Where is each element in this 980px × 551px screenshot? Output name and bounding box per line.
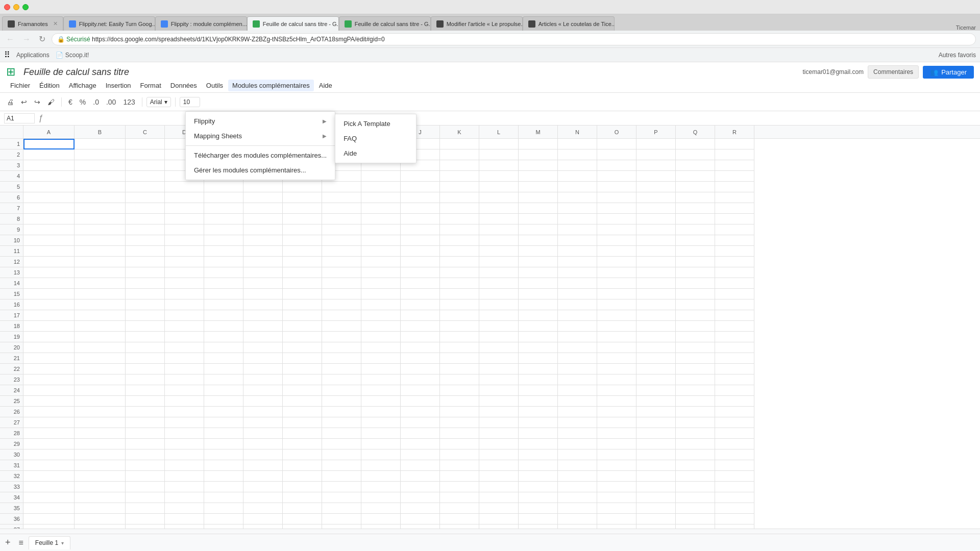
cell-q36[interactable]	[676, 514, 715, 524]
row-header-29[interactable]: 29	[0, 439, 23, 449]
cell-f31[interactable]	[243, 460, 283, 471]
cell-b26[interactable]	[75, 407, 126, 417]
forward-button[interactable]: →	[20, 34, 33, 45]
cell-f25[interactable]	[243, 396, 283, 407]
cell-j37[interactable]	[401, 524, 440, 529]
menu-item-mapping-sheets[interactable]: Mapping Sheets	[186, 129, 335, 143]
cell-o26[interactable]	[597, 407, 636, 417]
cell-q11[interactable]	[676, 246, 715, 257]
cell-a18[interactable]	[23, 321, 75, 332]
bookmark-scoop[interactable]: 📄 Scoop.it!	[56, 52, 89, 59]
cell-i9[interactable]	[361, 224, 401, 235]
cell-a37[interactable]	[23, 524, 75, 529]
cell-b23[interactable]	[75, 374, 126, 385]
cell-k26[interactable]	[440, 407, 479, 417]
cell-l4[interactable]	[479, 171, 519, 182]
cell-f6[interactable]	[243, 192, 283, 203]
cell-o34[interactable]	[597, 492, 636, 503]
cell-h24[interactable]	[322, 385, 361, 396]
cell-o6[interactable]	[597, 192, 636, 203]
cell-b4[interactable]	[75, 171, 126, 182]
cell-r2[interactable]	[715, 149, 754, 160]
cell-r1[interactable]	[715, 139, 754, 149]
cell-d8[interactable]	[165, 214, 204, 224]
submenu-pick-template[interactable]: Pick A Template	[335, 116, 416, 131]
cell-m6[interactable]	[519, 192, 558, 203]
cell-h16[interactable]	[322, 299, 361, 310]
cell-h11[interactable]	[322, 246, 361, 257]
cell-l29[interactable]	[479, 439, 519, 449]
cell-o23[interactable]	[597, 374, 636, 385]
cell-b1[interactable]	[75, 139, 126, 149]
cell-i32[interactable]	[361, 471, 401, 482]
cell-q27[interactable]	[676, 417, 715, 428]
cell-p6[interactable]	[636, 192, 676, 203]
tab-flippity-net[interactable]: Flippity.net: Easily Turn Goog... ✕	[63, 16, 155, 31]
cell-q33[interactable]	[676, 482, 715, 492]
cell-p36[interactable]	[636, 514, 676, 524]
cell-m21[interactable]	[519, 353, 558, 364]
cell-h21[interactable]	[322, 353, 361, 364]
cell-f36[interactable]	[243, 514, 283, 524]
cell-i37[interactable]	[361, 524, 401, 529]
cell-c7[interactable]	[126, 203, 165, 214]
cell-d34[interactable]	[165, 492, 204, 503]
cell-n5[interactable]	[558, 182, 597, 192]
cell-k24[interactable]	[440, 385, 479, 396]
cell-g21[interactable]	[283, 353, 322, 364]
cell-q29[interactable]	[676, 439, 715, 449]
cell-q14[interactable]	[676, 278, 715, 289]
cell-m15[interactable]	[519, 289, 558, 299]
cell-l14[interactable]	[479, 278, 519, 289]
cell-r31[interactable]	[715, 460, 754, 471]
cell-k30[interactable]	[440, 449, 479, 460]
cell-b35[interactable]	[75, 503, 126, 514]
row-header-23[interactable]: 23	[0, 374, 23, 385]
cell-p14[interactable]	[636, 278, 676, 289]
cell-n31[interactable]	[558, 460, 597, 471]
cell-a3[interactable]	[23, 160, 75, 171]
cell-k25[interactable]	[440, 396, 479, 407]
col-header-c[interactable]: C	[126, 126, 165, 138]
cell-p9[interactable]	[636, 224, 676, 235]
row-header-16[interactable]: 16	[0, 299, 23, 310]
cell-e11[interactable]	[204, 246, 243, 257]
cell-k13[interactable]	[440, 267, 479, 278]
cell-e5[interactable]	[204, 182, 243, 192]
cell-j14[interactable]	[401, 278, 440, 289]
cell-n22[interactable]	[558, 364, 597, 374]
cell-j17[interactable]	[401, 310, 440, 321]
cell-b19[interactable]	[75, 332, 126, 342]
cell-d16[interactable]	[165, 299, 204, 310]
cell-k33[interactable]	[440, 482, 479, 492]
cell-c25[interactable]	[126, 396, 165, 407]
cell-m29[interactable]	[519, 439, 558, 449]
cell-b29[interactable]	[75, 439, 126, 449]
cell-g9[interactable]	[283, 224, 322, 235]
cell-b20[interactable]	[75, 342, 126, 353]
cell-q3[interactable]	[676, 160, 715, 171]
cell-k37[interactable]	[440, 524, 479, 529]
cell-o30[interactable]	[597, 449, 636, 460]
cell-n2[interactable]	[558, 149, 597, 160]
cell-o35[interactable]	[597, 503, 636, 514]
cell-p21[interactable]	[636, 353, 676, 364]
cell-j24[interactable]	[401, 385, 440, 396]
cell-r12[interactable]	[715, 257, 754, 267]
cell-o33[interactable]	[597, 482, 636, 492]
cell-j12[interactable]	[401, 257, 440, 267]
cell-p2[interactable]	[636, 149, 676, 160]
cell-e13[interactable]	[204, 267, 243, 278]
cell-f29[interactable]	[243, 439, 283, 449]
cell-q17[interactable]	[676, 310, 715, 321]
cell-c36[interactable]	[126, 514, 165, 524]
cell-n14[interactable]	[558, 278, 597, 289]
cell-h10[interactable]	[322, 235, 361, 246]
cell-reference-input[interactable]	[4, 113, 35, 123]
cell-i5[interactable]	[361, 182, 401, 192]
cell-k31[interactable]	[440, 460, 479, 471]
cell-f12[interactable]	[243, 257, 283, 267]
cell-q26[interactable]	[676, 407, 715, 417]
cell-o22[interactable]	[597, 364, 636, 374]
percent-button[interactable]: %	[77, 96, 88, 108]
